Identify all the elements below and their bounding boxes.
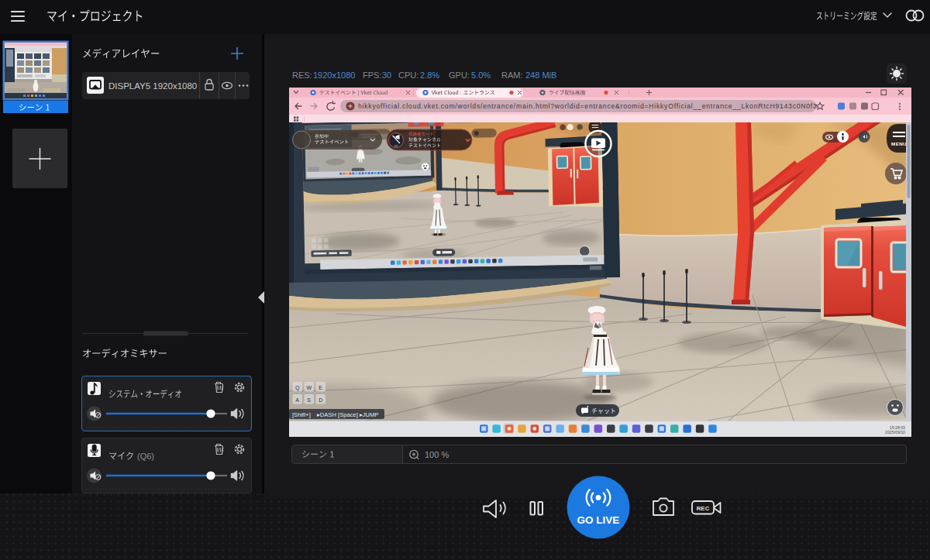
svg-text:W: W (306, 385, 312, 390)
svg-text:hikkyofficial.cloud.vket.com/w: hikkyofficial.cloud.vket.com/worlds/entr… (358, 102, 818, 110)
svg-text:Q: Q (295, 385, 300, 391)
svg-text:30: 30 (382, 70, 391, 80)
svg-text:S: S (307, 397, 311, 403)
svg-text:A: A (295, 397, 299, 403)
svg-text:RAM:: RAM: (501, 70, 523, 80)
svg-text:FPS:: FPS: (363, 70, 381, 80)
svg-text:RES:: RES: (292, 70, 312, 80)
svg-text:(Q6): (Q6) (137, 452, 154, 461)
svg-text:[Shift+]: [Shift+] (292, 411, 311, 418)
svg-text:GPU:: GPU: (449, 70, 470, 80)
svg-text:▸DASH [Space] ▸JUMP: ▸DASH [Space] ▸JUMP (317, 411, 378, 418)
svg-text:E: E (319, 385, 322, 390)
svg-text:CPU:: CPU: (398, 70, 418, 80)
svg-text:MENU: MENU (891, 141, 907, 146)
svg-text:D: D (319, 397, 322, 403)
svg-text:2025/09/10: 2025/09/10 (885, 430, 905, 435)
svg-text:1920x1080: 1920x1080 (313, 70, 355, 80)
svg-text:248 MiB: 248 MiB (525, 70, 556, 80)
svg-text:DISPLAY5 1920x1080: DISPLAY5 1920x1080 (108, 81, 197, 91)
svg-text:100 %: 100 % (425, 450, 449, 459)
svg-text:REC: REC (697, 505, 710, 512)
svg-text:15:28:03: 15:28:03 (890, 425, 905, 430)
svg-text:5.0%: 5.0% (471, 70, 491, 80)
svg-text:GT: GT (394, 145, 399, 148)
svg-text:2.8%: 2.8% (420, 70, 439, 80)
svg-text:GO LIVE: GO LIVE (577, 514, 620, 526)
